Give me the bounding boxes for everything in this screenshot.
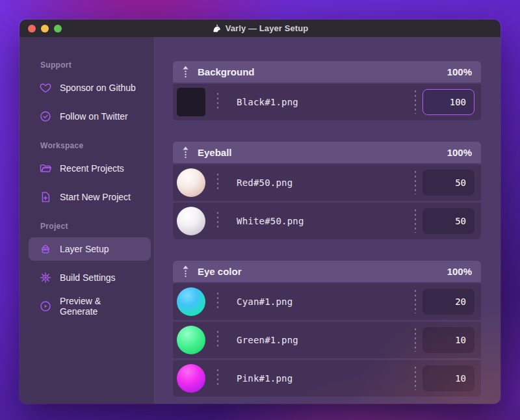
layer-row: Pink#1.png (173, 360, 481, 397)
sidebar-item-label: Follow on Twitter (60, 111, 128, 122)
window-title-text: Varly — Layer Setup (226, 23, 309, 33)
titlebar[interactable]: Varly — Layer Setup (20, 20, 500, 37)
layer-weight-input[interactable] (422, 289, 474, 315)
window-title: Varly — Layer Setup (212, 23, 309, 33)
pink-sphere-thumbnail (177, 364, 205, 393)
sidebar: Support Sponsor on Github Follow on Twit… (20, 37, 155, 404)
layer-group-weight: 100% (447, 66, 472, 77)
app-window: Varly — Layer Setup Support Sponsor on G… (20, 20, 500, 404)
white-sphere-thumbnail (177, 207, 205, 235)
sidebar-item-label: Preview & Generate (60, 296, 140, 317)
red-sphere-thumbnail (177, 168, 205, 197)
sidebar-section-label: Support (40, 60, 151, 70)
sidebar-item-follow-on-twitter[interactable]: Follow on Twitter (29, 105, 151, 128)
divider-dotted (415, 90, 416, 114)
divider-dotted (415, 367, 416, 390)
divider-dotted (415, 171, 416, 194)
layer-filename: Black#1.png (237, 97, 298, 107)
divider-dotted (217, 174, 218, 192)
drag-handle-icon[interactable] (182, 265, 189, 278)
divider-dotted (217, 93, 218, 111)
layer-group-name: Background (198, 66, 255, 77)
drag-handle-icon[interactable] (182, 146, 189, 159)
divider-dotted (217, 369, 218, 387)
layer-group: Eye color 100% Cyan#1.png Green#1.png Pi… (173, 261, 481, 397)
layer-row: White#50.png (173, 203, 481, 239)
sidebar-section-label: Workspace (40, 141, 151, 150)
zoom-button[interactable] (54, 25, 62, 33)
sidebar-section-label: Project (40, 222, 151, 231)
green-sphere-thumbnail (177, 326, 205, 354)
divider-dotted (217, 212, 218, 230)
layer-filename: Green#1.png (237, 335, 298, 345)
divider-dotted (415, 328, 416, 352)
minimize-button[interactable] (41, 25, 49, 33)
layer-group-header[interactable]: Eyeball 100% (173, 142, 481, 163)
layer-group-name: Eye color (198, 266, 242, 277)
sidebar-item-start-new-project[interactable]: Start New Project (29, 185, 151, 209)
layer-filename: Pink#1.png (237, 373, 292, 384)
layer-weight-input[interactable] (422, 327, 474, 353)
layer-row: Cyan#1.png (173, 283, 481, 320)
sidebar-item-label: Layer Setup (60, 244, 109, 254)
layer-group-name: Eyeball (198, 147, 232, 158)
unicorn-icon (212, 23, 222, 33)
sidebar-item-label: Sponsor on Github (60, 83, 136, 93)
layer-filename: Cyan#1.png (237, 296, 292, 307)
folder-icon (39, 162, 52, 175)
layer-row: Black#1.png (173, 84, 481, 120)
layer-list: Background 100% Black#1.png Eyeball 100% (155, 37, 500, 404)
divider-dotted (217, 331, 218, 349)
layer-weight-input[interactable] (422, 89, 474, 115)
sidebar-item-recent-projects[interactable]: Recent Projects (29, 157, 151, 180)
sidebar-item-label: Recent Projects (60, 163, 124, 174)
layer-group-header[interactable]: Background 100% (173, 61, 481, 83)
close-button[interactable] (28, 25, 36, 33)
sidebar-item-label: Start New Project (60, 192, 131, 202)
layer-weight-input[interactable] (422, 208, 474, 234)
layer-weight-input[interactable] (422, 170, 474, 196)
sidebar-section: Workspace Recent Projects Start New Proj… (29, 141, 151, 209)
layer-row: Red#50.png (173, 164, 481, 201)
cyan-sphere-thumbnail (177, 287, 205, 316)
layer-group: Background 100% Black#1.png (173, 61, 481, 120)
file-plus-icon (39, 190, 52, 203)
layer-group-weight: 100% (447, 266, 472, 277)
black-square-thumbnail (177, 88, 205, 116)
layer-row: Green#1.png (173, 322, 481, 358)
play-circle-icon (39, 300, 52, 313)
gear-icon (39, 271, 52, 284)
sidebar-section: Project Layer Setup Build Settings Previ… (29, 222, 151, 318)
layer-weight-input[interactable] (422, 365, 474, 391)
sidebar-item-sponsor-on-github[interactable]: Sponsor on Github (29, 76, 151, 99)
layer-filename: Red#50.png (237, 177, 292, 188)
layer-group-weight: 100% (447, 147, 472, 158)
badge-check-icon (39, 110, 52, 123)
layer-group-header[interactable]: Eye color 100% (173, 261, 481, 282)
window-content: Support Sponsor on Github Follow on Twit… (20, 37, 500, 404)
drag-handle-icon[interactable] (182, 66, 189, 78)
sidebar-item-build-settings[interactable]: Build Settings (29, 266, 151, 289)
divider-dotted (217, 293, 218, 311)
divider-dotted (415, 290, 416, 313)
sidebar-item-preview-generate[interactable]: Preview & Generate (29, 295, 151, 318)
layer-filename: White#50.png (237, 216, 304, 226)
sidebar-item-label: Build Settings (60, 272, 116, 283)
window-controls (28, 20, 62, 37)
divider-dotted (415, 209, 416, 233)
sidebar-section: Support Sponsor on Github Follow on Twit… (29, 60, 151, 128)
layer-group: Eyeball 100% Red#50.png White#50.png (173, 142, 481, 239)
layers-icon (39, 243, 52, 256)
sidebar-item-layer-setup[interactable]: Layer Setup (29, 237, 151, 261)
heart-icon (39, 81, 52, 94)
